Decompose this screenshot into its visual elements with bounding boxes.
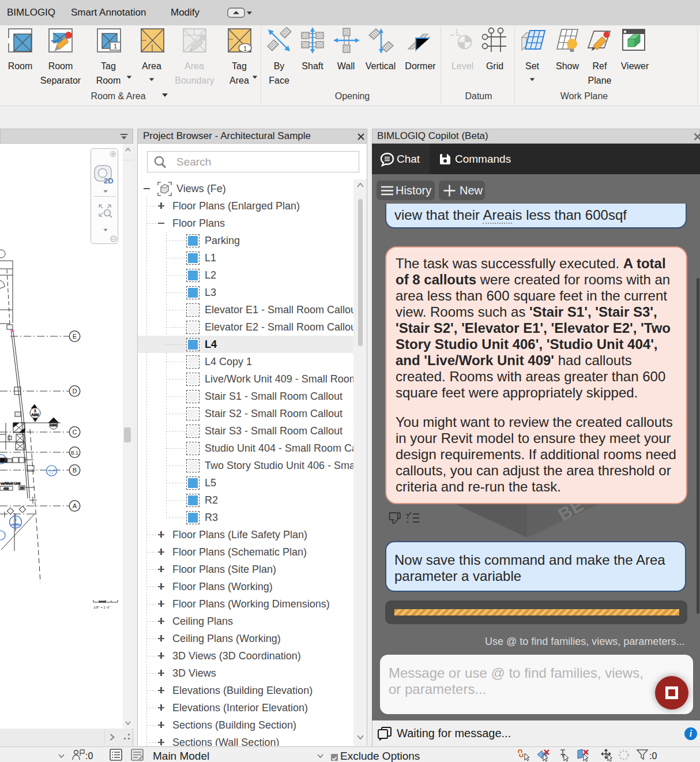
svg-text:409: 409	[3, 487, 9, 490]
svg-text:C: C	[73, 429, 77, 436]
svg-text:B.1: B.1	[71, 450, 78, 456]
svg-text:X5: X5	[20, 486, 24, 490]
svg-text:D: D	[73, 388, 77, 395]
svg-text:1: 1	[243, 45, 247, 52]
svg-text:ve/Work Unit: ve/Work Unit	[1, 482, 21, 485]
svg-text:1: 1	[34, 409, 36, 412]
svg-text:1: 1	[455, 28, 458, 35]
svg-text:B: B	[73, 467, 77, 474]
svg-text:A: A	[73, 502, 77, 509]
svg-text:1: 1	[114, 43, 117, 50]
svg-text:A405: A405	[12, 523, 20, 526]
svg-text:4: 4	[14, 518, 17, 521]
svg-text:E: E	[73, 333, 77, 340]
svg-text:1/8" = 1'-0": 1/8" = 1'-0"	[93, 606, 110, 609]
svg-text:A301: A301	[50, 423, 58, 427]
svg-text:A202: A202	[32, 413, 39, 416]
